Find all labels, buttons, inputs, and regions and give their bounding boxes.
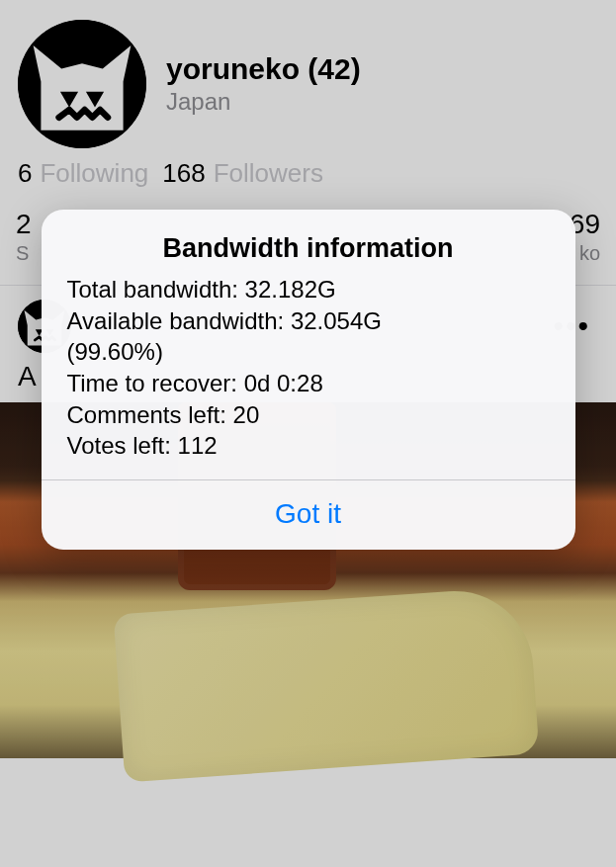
alert-line-recover: Time to recover: 0d 0:28 bbox=[67, 368, 550, 399]
alert-line-votes: Votes left: 112 bbox=[67, 430, 550, 462]
alert-text: Total bandwidth: 32.182G Available bandw… bbox=[67, 274, 550, 462]
page-root: yoruneko (42) Japan 6 Following 168 Foll… bbox=[0, 0, 616, 867]
got-it-button[interactable]: Got it bbox=[42, 480, 575, 550]
alert-title: Bandwidth information bbox=[67, 233, 550, 264]
alert-line-total: Total bandwidth: 32.182G bbox=[67, 274, 550, 305]
alert-body: Bandwidth information Total bandwidth: 3… bbox=[42, 210, 575, 479]
alert-line-comments: Comments left: 20 bbox=[67, 399, 550, 431]
bandwidth-alert: Bandwidth information Total bandwidth: 3… bbox=[42, 210, 575, 550]
alert-line-percent: (99.60%) bbox=[67, 336, 550, 368]
alert-line-available: Available bandwidth: 32.054G bbox=[67, 305, 550, 337]
